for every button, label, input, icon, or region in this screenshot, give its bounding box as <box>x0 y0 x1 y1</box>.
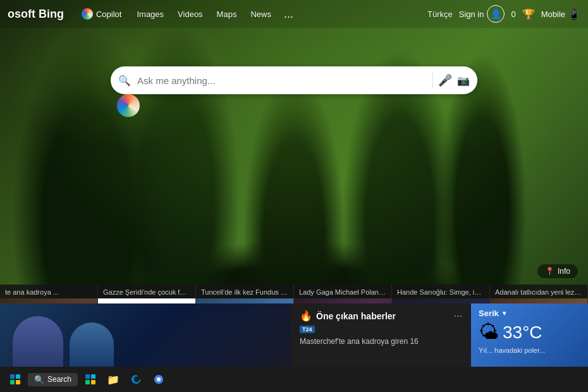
copilot-nav-item[interactable]: Copilot <box>77 6 126 22</box>
win-cell-2 <box>16 374 20 379</box>
search-container: 🔍 🎤 📷 <box>111 66 477 117</box>
svg-rect-3 <box>85 374 90 379</box>
search-bar: 🔍 🎤 📷 <box>111 66 477 94</box>
news-section-title: 🔥 Öne çıkan haberler <box>300 310 396 322</box>
weather-section[interactable]: Serik ▼ 🌤 33°C Yıl... havadaki poler... <box>471 303 588 367</box>
nav-news[interactable]: News <box>244 7 278 21</box>
location-icon: 📍 <box>545 267 554 276</box>
microphone-icon[interactable]: 🎤 <box>438 73 452 87</box>
svg-rect-5 <box>85 380 90 384</box>
t24-badge: T24 <box>300 326 315 333</box>
nav-links: Images Videos Maps News ... <box>130 6 427 22</box>
weather-header: Serik ▼ <box>479 309 580 318</box>
taskbar-search-icon: 🔍 <box>34 375 44 384</box>
news-card-title-1: Gazze Şeridi'nde çocuk felci ... <box>98 285 195 298</box>
news-card-title-5: Adanalı tatlıcıdan yeni lezzet... <box>490 285 587 298</box>
copilot-label: Copilot <box>96 9 121 19</box>
sun-icon: 🌤 <box>479 321 499 344</box>
copilot-icon <box>82 8 93 20</box>
news-card-title-4: Hande Sarıoğlu: Simge, icar... <box>392 285 489 298</box>
copilot-search-button[interactable] <box>117 94 140 117</box>
taskbar-widget-icon[interactable] <box>80 369 101 389</box>
language-selector[interactable]: Türkçe <box>427 9 453 19</box>
win-cell-4 <box>16 380 20 384</box>
avatar-icon: 👤 <box>487 5 505 23</box>
start-button[interactable] <box>5 369 25 389</box>
mobile-nav[interactable]: Mobile 📱 <box>541 8 580 20</box>
taskbar: 🔍 Search 📁 <box>0 367 588 392</box>
person-silhouette-2 <box>70 322 114 367</box>
nav-images[interactable]: Images <box>130 7 170 21</box>
search-input[interactable] <box>137 75 427 86</box>
mobile-icon: 📱 <box>568 8 580 20</box>
news-card-title-0: te ana kadroya ... <box>0 285 97 298</box>
nav-maps[interactable]: Maps <box>211 7 243 21</box>
sports-section[interactable] <box>0 303 291 367</box>
win-cell-3 <box>10 380 15 384</box>
taskbar-search-button[interactable]: 🔍 Search <box>28 373 78 386</box>
info-label: Info <box>558 267 570 276</box>
nav-videos[interactable]: Videos <box>171 7 209 21</box>
win-cell-1 <box>10 374 15 379</box>
news-item-text: Masterchef'te ana kadroya giren 16 <box>300 337 462 346</box>
trophy-icon: 🏆 <box>522 8 535 20</box>
signin-label: Sign in <box>459 9 484 19</box>
nav-more[interactable]: ... <box>279 6 298 22</box>
svg-rect-4 <box>91 374 95 379</box>
taskbar-search-label: Search <box>47 375 71 384</box>
breaking-news-label: Öne çıkan haberler <box>316 311 396 321</box>
sign-in-button[interactable]: Sign in 👤 <box>459 5 505 23</box>
breaking-news-section: 🔥 Öne çıkan haberler ··· T24 Masterchef'… <box>291 303 471 367</box>
svg-rect-6 <box>91 380 95 384</box>
news-source: T24 <box>300 326 462 333</box>
taskbar-folder-icon[interactable]: 📁 <box>103 369 123 389</box>
taskbar-edge-icon[interactable] <box>126 369 146 389</box>
news-card-title-3: Lady Gaga Michael Polansk... <box>294 285 391 298</box>
weather-description: Yıl... havadaki poler... <box>479 346 580 354</box>
weather-city: Serik <box>479 309 499 318</box>
mobile-label: Mobile <box>541 9 565 19</box>
chevron-down-icon: ▼ <box>501 310 508 317</box>
svg-point-8 <box>157 377 161 381</box>
news-card-title-2: Tunceli'de ilk kez Fundus Fl... <box>196 285 293 298</box>
camera-search-icon[interactable]: 📷 <box>457 75 470 87</box>
search-divider <box>432 73 433 88</box>
sports-people <box>0 303 291 367</box>
taskbar-chrome-icon[interactable] <box>149 369 169 389</box>
temperature-display: 33°C <box>503 322 542 343</box>
news-menu-icon[interactable]: ··· <box>454 310 462 322</box>
nav-right: Türkçe Sign in 👤 0 🏆 Mobile 📱 <box>427 5 580 23</box>
rewards-badge[interactable]: 0 <box>511 9 515 19</box>
search-magnifier-icon: 🔍 <box>118 75 131 87</box>
fire-icon: 🔥 <box>300 310 312 322</box>
brand-logo: osoft Bing <box>8 8 64 21</box>
weather-body: 🌤 33°C <box>479 321 580 344</box>
top-navigation: osoft Bing Copilot Images Videos Maps Ne… <box>0 0 588 28</box>
lower-content: 🔥 Öne çıkan haberler ··· T24 Masterchef'… <box>0 303 588 367</box>
news-section-header: 🔥 Öne çıkan haberler ··· <box>300 310 462 322</box>
info-button[interactable]: 📍 Info <box>537 264 578 278</box>
person-silhouette-1 <box>13 316 63 367</box>
windows-logo <box>10 374 20 384</box>
